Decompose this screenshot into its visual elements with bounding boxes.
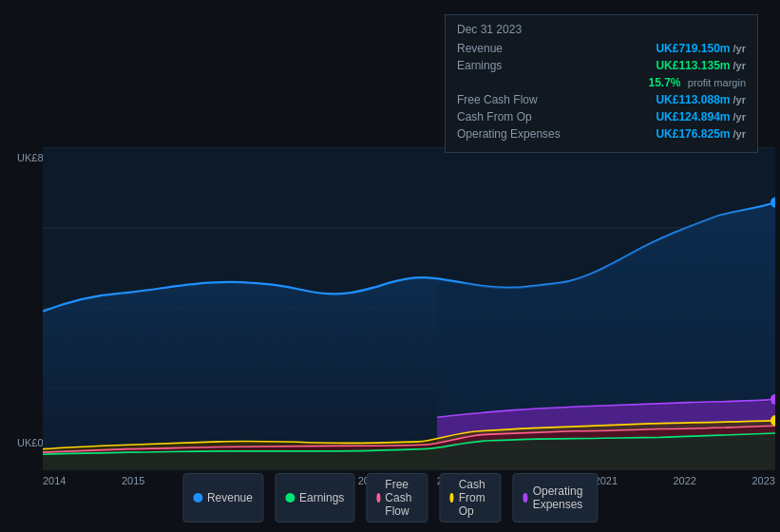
tooltip-row-fcf: Free Cash Flow UK£113.088m /yr (457, 93, 746, 106)
tooltip-label-fcf: Free Cash Flow (457, 93, 538, 106)
legend-dot-fcf (376, 493, 380, 503)
tooltip-row-revenue: Revenue UK£719.150m /yr (457, 42, 746, 55)
tooltip-value-revenue: UK£719.150m (656, 42, 730, 55)
legend-item-opex[interactable]: Operating Expenses (512, 473, 598, 522)
chart-svg (43, 147, 775, 470)
legend-dot-earnings (285, 493, 295, 503)
tooltip-label-opex: Operating Expenses (457, 127, 561, 141)
legend-label-opex: Operating Expenses (533, 484, 587, 511)
tooltip-row-cashfromop: Cash From Op UK£124.894m /yr (457, 110, 746, 124)
tooltip-panel: Dec 31 2023 Revenue UK£719.150m /yr Earn… (445, 14, 758, 153)
tooltip-value-earnings: UK£113.135m (656, 59, 730, 72)
y-axis-bottom-label: UK£0 (17, 437, 44, 448)
tooltip-row-earnings: Earnings UK£113.135m /yr (457, 59, 746, 72)
x-label-2021: 2021 (595, 475, 618, 486)
x-label-2022: 2022 (674, 475, 696, 486)
x-label-2023: 2023 (751, 475, 774, 486)
tooltip-value-cashfromop: UK£124.894m (656, 110, 730, 124)
tooltip-label-revenue: Revenue (457, 42, 503, 55)
legend-item-fcf[interactable]: Free Cash Flow (366, 473, 428, 522)
tooltip-value-opex: UK£176.825m (656, 127, 730, 141)
legend-label-earnings: Earnings (299, 491, 344, 504)
legend-item-revenue[interactable]: Revenue (182, 473, 263, 522)
tooltip-label-cashfromop: Cash From Op (457, 110, 532, 124)
legend-dot-revenue (193, 493, 202, 503)
chart-area (43, 147, 775, 470)
legend-item-earnings[interactable]: Earnings (275, 473, 354, 522)
legend-dot-cashfromop (449, 493, 453, 503)
tooltip-label-earnings: Earnings (457, 59, 502, 72)
legend-label-fcf: Free Cash Flow (385, 478, 417, 518)
tooltip-row-opex: Operating Expenses UK£176.825m /yr (457, 127, 746, 141)
tooltip-margin-text: profit margin (688, 77, 746, 88)
legend-item-cashfromop[interactable]: Cash From Op (439, 473, 501, 522)
x-label-2014: 2014 (43, 475, 66, 486)
legend-dot-opex (523, 493, 527, 503)
tooltip-row-margin: 15.7% profit margin (457, 76, 746, 89)
legend-label-revenue: Revenue (207, 491, 253, 504)
main-container: Dec 31 2023 Revenue UK£719.150m /yr Earn… (0, 0, 780, 532)
legend-label-cashfromop: Cash From Op (459, 478, 491, 518)
tooltip-value-fcf: UK£113.088m (656, 93, 730, 106)
x-label-2015: 2015 (122, 475, 144, 486)
chart-legend: Revenue Earnings Free Cash Flow Cash Fro… (182, 473, 598, 522)
tooltip-value-margin-pct: 15.7% (648, 76, 680, 89)
tooltip-title: Dec 31 2023 (457, 23, 746, 36)
